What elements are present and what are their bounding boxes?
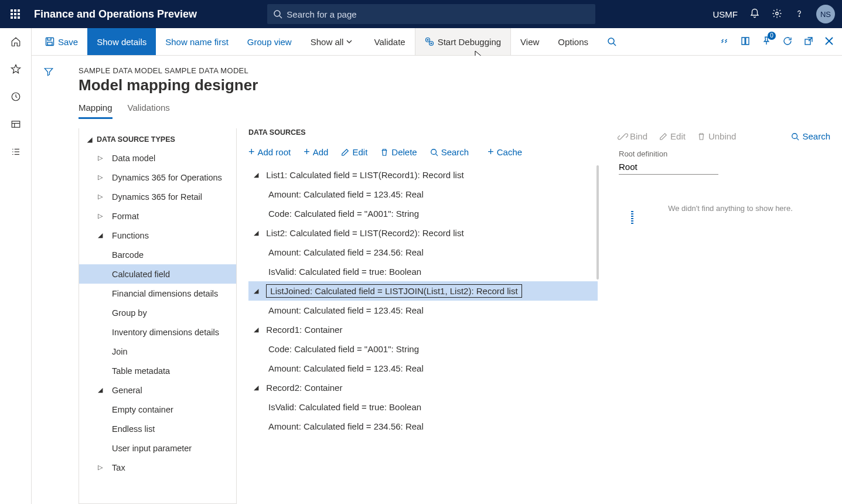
svg-point-13: [608, 38, 614, 44]
svg-line-14: [613, 43, 616, 46]
options-button[interactable]: Options: [548, 28, 598, 55]
app-title: Finance and Operations Preview: [34, 8, 197, 21]
chevron-down-icon: [346, 40, 352, 43]
actionbar: Save Show details Show name first Group …: [0, 28, 842, 56]
gear-run-icon: [425, 37, 434, 46]
global-search-input[interactable]: [287, 9, 589, 19]
show-all-button[interactable]: Show all: [301, 28, 365, 55]
book-icon[interactable]: [740, 36, 751, 48]
pin-badge: 0: [768, 32, 776, 40]
popout-icon[interactable]: [803, 36, 814, 48]
svg-rect-8: [47, 42, 52, 45]
help-icon[interactable]: [794, 8, 804, 21]
bell-icon[interactable]: [749, 8, 760, 21]
svg-point-0: [274, 11, 280, 16]
topbar: Finance and Operations Preview USMF NS: [0, 0, 842, 28]
validate-button[interactable]: Validate: [365, 28, 415, 55]
gear-icon[interactable]: [772, 8, 782, 21]
refresh-icon[interactable]: [782, 36, 793, 48]
save-button[interactable]: Save: [36, 28, 87, 55]
pin-icon[interactable]: 0: [761, 36, 772, 48]
link-icon[interactable]: [719, 36, 729, 48]
left-rail: [0, 28, 32, 56]
group-view-button[interactable]: Group view: [238, 28, 301, 55]
show-name-first-button[interactable]: Show name first: [156, 28, 238, 55]
show-details-button[interactable]: Show details: [87, 28, 156, 55]
svg-point-3: [799, 15, 799, 16]
svg-point-9: [425, 38, 429, 42]
close-icon[interactable]: [824, 36, 834, 47]
svg-point-10: [427, 39, 428, 40]
svg-point-12: [431, 43, 432, 44]
global-search[interactable]: [267, 4, 595, 24]
search-icon: [273, 9, 282, 19]
company-label[interactable]: USMF: [713, 9, 738, 19]
app-launcher-icon[interactable]: [7, 6, 23, 22]
search-icon: [607, 37, 616, 46]
avatar[interactable]: NS: [816, 5, 835, 23]
svg-point-11: [429, 42, 433, 46]
svg-point-2: [776, 12, 779, 15]
svg-line-1: [279, 16, 282, 18]
search-action-button[interactable]: [598, 28, 629, 55]
view-button[interactable]: View: [511, 28, 548, 55]
start-debugging-button[interactable]: Start Debugging: [415, 28, 511, 55]
home-icon[interactable]: [11, 36, 21, 49]
